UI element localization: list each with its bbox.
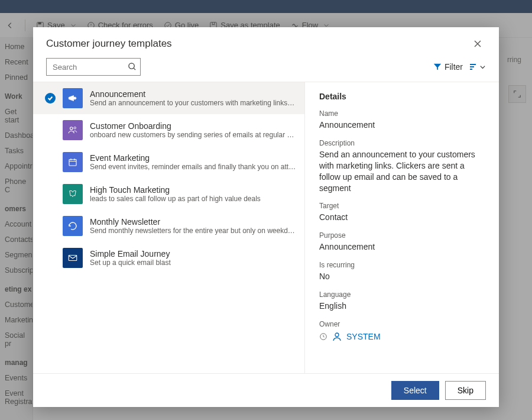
svg-rect-9	[69, 256, 77, 261]
detail-recurring-value: No	[319, 271, 485, 282]
search-input[interactable]	[46, 58, 141, 76]
template-item[interactable]: Simple Email JourneySet up a quick email…	[33, 242, 304, 274]
template-description: leads to sales call follow up as part of…	[90, 195, 296, 203]
template-title: Event Marketing	[90, 153, 296, 163]
detail-name-value: Announcement	[319, 119, 485, 131]
template-item[interactable]: Monthly NewsletterSend monthly newslette…	[33, 210, 304, 242]
sort-button[interactable]	[469, 62, 486, 72]
template-description: onboard new customers by sending series …	[90, 131, 296, 139]
detail-recurring-label: Is recurring	[319, 261, 485, 269]
detail-language-label: Language	[319, 290, 485, 299]
svg-rect-8	[69, 160, 76, 166]
svg-point-6	[70, 127, 73, 130]
template-title: Simple Email Journey	[90, 249, 296, 259]
select-button[interactable]: Select	[391, 381, 439, 400]
clock-icon	[319, 332, 327, 341]
template-description: Send monthly newsletters for the entire …	[90, 227, 296, 235]
detail-purpose-label: Purpose	[319, 231, 485, 240]
chevron-down-icon	[479, 64, 486, 70]
template-title: Customer Onboarding	[90, 121, 296, 131]
detail-purpose-value: Announcement	[319, 241, 485, 253]
detail-target-value: Contact	[319, 212, 485, 223]
template-description: Send event invites, reminder emails and …	[90, 163, 296, 171]
detail-owner-label: Owner	[319, 320, 485, 328]
template-icon	[63, 88, 83, 108]
close-icon	[474, 40, 481, 47]
sort-icon	[469, 62, 478, 72]
detail-name-label: Name	[319, 109, 485, 118]
template-icon	[63, 152, 83, 172]
detail-target-label: Target	[319, 202, 485, 210]
template-description: Send an announcement to your customers w…	[90, 99, 296, 107]
template-icon	[63, 184, 83, 204]
detail-owner-value[interactable]: SYSTEM	[319, 332, 485, 341]
template-title: Announcement	[90, 89, 296, 99]
filter-icon	[433, 63, 442, 71]
template-icon	[63, 216, 83, 236]
template-title: Monthly Newsletter	[90, 217, 296, 227]
svg-point-5	[129, 63, 134, 69]
template-title: High Touch Marketing	[90, 185, 296, 195]
template-item[interactable]: High Touch Marketingleads to sales call …	[33, 178, 304, 210]
details-pane: Details NameAnnouncement DescriptionSend…	[305, 82, 499, 373]
skip-button[interactable]: Skip	[445, 381, 486, 400]
template-icon	[63, 248, 83, 268]
detail-description-label: Description	[319, 139, 485, 147]
filter-button[interactable]: Filter	[433, 62, 463, 72]
svg-point-11	[335, 333, 339, 337]
close-button[interactable]	[469, 35, 486, 52]
template-item[interactable]: AnnouncementSend an announcement to your…	[33, 82, 304, 114]
search-input-wrap	[46, 58, 141, 76]
template-icon	[63, 120, 83, 140]
search-icon	[128, 62, 137, 73]
template-item[interactable]: Customer Onboardingonboard new customers…	[33, 114, 304, 146]
svg-point-7	[74, 127, 76, 129]
template-description: Set up a quick email blast	[90, 259, 296, 267]
detail-description-value: Send an announcement to your customers w…	[319, 149, 485, 194]
details-heading: Details	[319, 92, 485, 101]
template-item[interactable]: Event MarketingSend event invites, remin…	[33, 146, 304, 178]
modal-title: Customer journey templates	[46, 38, 172, 50]
template-picker-modal: Customer journey templates Filter Announ…	[33, 27, 499, 407]
template-list: AnnouncementSend an announcement to your…	[33, 82, 305, 373]
detail-language-value: English	[319, 301, 485, 312]
person-icon	[332, 332, 342, 341]
check-icon	[45, 93, 56, 104]
